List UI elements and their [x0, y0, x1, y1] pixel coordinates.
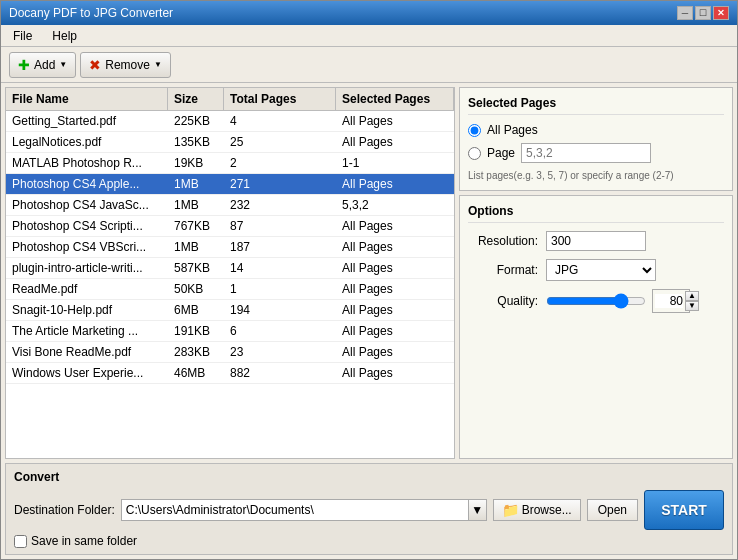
- cell-size: 1MB: [168, 174, 224, 194]
- destination-input[interactable]: [122, 501, 468, 519]
- format-select[interactable]: JPG PNG BMP TIFF: [546, 259, 656, 281]
- browse-label: Browse...: [522, 503, 572, 517]
- page-label: Page: [487, 146, 515, 160]
- cell-filename: Photoshop CS4 VBScri...: [6, 237, 168, 257]
- selected-pages-panel: Selected Pages All Pages Page List pages…: [459, 87, 733, 191]
- col-header-selectedpages: Selected Pages: [336, 88, 454, 110]
- cell-totalpages: 4: [224, 111, 336, 131]
- cell-filename: Getting_Started.pdf: [6, 111, 168, 131]
- cell-filename: Photoshop CS4 JavaSc...: [6, 195, 168, 215]
- table-row[interactable]: ReadMe.pdf 50KB 1 All Pages: [6, 279, 454, 300]
- resolution-label: Resolution:: [468, 234, 538, 248]
- cell-selectedpages: All Pages: [336, 111, 454, 131]
- cell-size: 225KB: [168, 111, 224, 131]
- cell-selectedpages: All Pages: [336, 237, 454, 257]
- format-label: Format:: [468, 263, 538, 277]
- quality-spinners: ▲ ▼: [685, 291, 699, 311]
- cell-selectedpages: All Pages: [336, 321, 454, 341]
- main-window: Docany PDF to JPG Converter ─ ☐ ✕ File H…: [0, 0, 738, 560]
- main-content: File Name Size Total Pages Selected Page…: [1, 83, 737, 463]
- cell-filename: Photoshop CS4 Scripti...: [6, 216, 168, 236]
- table-row[interactable]: Photoshop CS4 JavaSc... 1MB 232 5,3,2: [6, 195, 454, 216]
- maximize-button[interactable]: ☐: [695, 6, 711, 20]
- quality-value-input[interactable]: [655, 294, 683, 308]
- quality-value-box: ▲ ▼: [652, 289, 690, 313]
- browse-button[interactable]: 📁 Browse...: [493, 499, 581, 521]
- remove-icon: ✖: [89, 57, 101, 73]
- add-dropdown-icon: ▼: [59, 60, 67, 69]
- table-row[interactable]: Photoshop CS4 Apple... 1MB 271 All Pages: [6, 174, 454, 195]
- all-pages-radio[interactable]: [468, 124, 481, 137]
- quality-slider-container: ▲ ▼: [546, 289, 690, 313]
- remove-button[interactable]: ✖ Remove ▼: [80, 52, 171, 78]
- cell-selectedpages: All Pages: [336, 216, 454, 236]
- table-row[interactable]: LegalNotices.pdf 135KB 25 All Pages: [6, 132, 454, 153]
- toolbar: ✚ Add ▼ ✖ Remove ▼: [1, 47, 737, 83]
- quality-down-button[interactable]: ▼: [685, 301, 699, 311]
- resolution-row: Resolution:: [468, 231, 724, 251]
- resolution-input[interactable]: [546, 231, 646, 251]
- page-radio[interactable]: [468, 147, 481, 160]
- table-row[interactable]: plugin-intro-article-writi... 587KB 14 A…: [6, 258, 454, 279]
- convert-panel: Convert Destination Folder: ▼ 📁 Browse..…: [5, 463, 733, 555]
- quality-up-button[interactable]: ▲: [685, 291, 699, 301]
- cell-size: 1MB: [168, 237, 224, 257]
- table-row[interactable]: MATLAB Photoshop R... 19KB 2 1-1: [6, 153, 454, 174]
- quality-row: Quality: ▲ ▼: [468, 289, 724, 313]
- cell-totalpages: 14: [224, 258, 336, 278]
- all-pages-option: All Pages: [468, 123, 724, 137]
- table-row[interactable]: The Article Marketing ... 191KB 6 All Pa…: [6, 321, 454, 342]
- quality-label: Quality:: [468, 294, 538, 308]
- file-list-panel: File Name Size Total Pages Selected Page…: [5, 87, 455, 459]
- save-same-folder-text: Save in same folder: [31, 534, 137, 548]
- minimize-button[interactable]: ─: [677, 6, 693, 20]
- open-button[interactable]: Open: [587, 499, 638, 521]
- col-header-filename: File Name: [6, 88, 168, 110]
- all-pages-label: All Pages: [487, 123, 538, 137]
- options-panel: Options Resolution: Format: JPG PNG BMP …: [459, 195, 733, 459]
- add-label: Add: [34, 58, 55, 72]
- cell-filename: ReadMe.pdf: [6, 279, 168, 299]
- table-row[interactable]: Snagit-10-Help.pdf 6MB 194 All Pages: [6, 300, 454, 321]
- page-input[interactable]: [521, 143, 651, 163]
- menu-file[interactable]: File: [9, 27, 36, 45]
- quality-slider[interactable]: [546, 293, 646, 309]
- table-row[interactable]: Windows User Experie... 46MB 882 All Pag…: [6, 363, 454, 384]
- cell-selectedpages: 1-1: [336, 153, 454, 173]
- cell-totalpages: 23: [224, 342, 336, 362]
- save-same-folder-label[interactable]: Save in same folder: [14, 534, 724, 548]
- cell-size: 19KB: [168, 153, 224, 173]
- save-same-folder-checkbox[interactable]: [14, 535, 27, 548]
- cell-totalpages: 2: [224, 153, 336, 173]
- menu-help[interactable]: Help: [48, 27, 81, 45]
- table-row[interactable]: Visi Bone ReadMe.pdf 283KB 23 All Pages: [6, 342, 454, 363]
- menu-bar: File Help: [1, 25, 737, 47]
- remove-label: Remove: [105, 58, 150, 72]
- cell-selectedpages: All Pages: [336, 132, 454, 152]
- cell-totalpages: 232: [224, 195, 336, 215]
- destination-dropdown-icon[interactable]: ▼: [468, 500, 486, 520]
- col-header-totalpages: Total Pages: [224, 88, 336, 110]
- add-icon: ✚: [18, 57, 30, 73]
- cell-size: 191KB: [168, 321, 224, 341]
- start-button[interactable]: START: [644, 490, 724, 530]
- close-button[interactable]: ✕: [713, 6, 729, 20]
- table-row[interactable]: Getting_Started.pdf 225KB 4 All Pages: [6, 111, 454, 132]
- table-row[interactable]: Photoshop CS4 Scripti... 767KB 87 All Pa…: [6, 216, 454, 237]
- cell-selectedpages: All Pages: [336, 279, 454, 299]
- cell-filename: Visi Bone ReadMe.pdf: [6, 342, 168, 362]
- remove-dropdown-icon: ▼: [154, 60, 162, 69]
- cell-totalpages: 271: [224, 174, 336, 194]
- format-row: Format: JPG PNG BMP TIFF: [468, 259, 724, 281]
- cell-size: 767KB: [168, 216, 224, 236]
- cell-selectedpages: All Pages: [336, 363, 454, 383]
- cell-totalpages: 6: [224, 321, 336, 341]
- selected-pages-title: Selected Pages: [468, 96, 724, 115]
- cell-filename: The Article Marketing ...: [6, 321, 168, 341]
- cell-totalpages: 1: [224, 279, 336, 299]
- add-button[interactable]: ✚ Add ▼: [9, 52, 76, 78]
- cell-selectedpages: All Pages: [336, 174, 454, 194]
- cell-size: 6MB: [168, 300, 224, 320]
- table-row[interactable]: Photoshop CS4 VBScri... 1MB 187 All Page…: [6, 237, 454, 258]
- cell-size: 283KB: [168, 342, 224, 362]
